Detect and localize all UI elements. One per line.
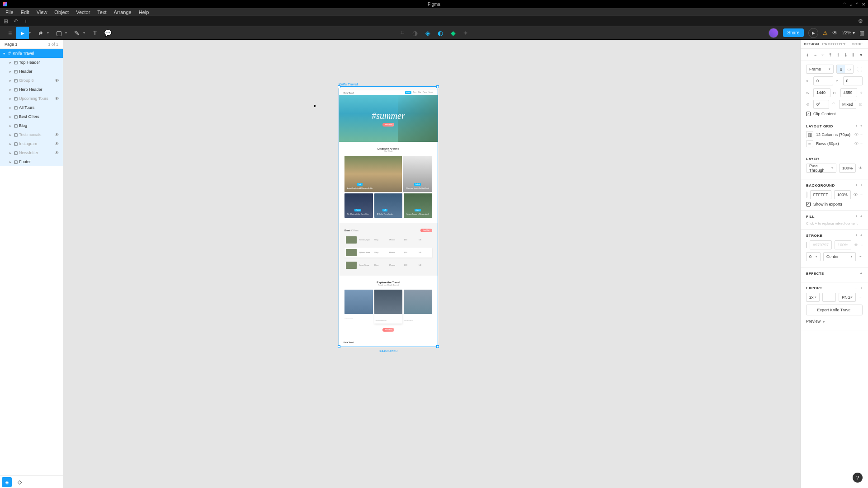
fill-style-icon[interactable]: ⦂ [856,214,858,219]
shape-tool[interactable]: ▢ [52,27,65,39]
align-hcenter-icon[interactable]: ⫠ [813,52,818,58]
move-tool[interactable]: ▸ [16,27,29,39]
stroke-align-select[interactable]: Center▾ [823,252,856,261]
warning-icon[interactable]: ⚠ [823,30,828,36]
grid-rows[interactable]: ≡Rows (60px) 👁− [806,140,863,147]
zoom-level[interactable]: 22% ▾ [842,30,855,35]
pen-tool[interactable]: ✎ [71,27,83,39]
layer-item[interactable]: ▸⊡Instagram👁 [0,139,63,148]
radius-detail-icon[interactable]: ⊡ [859,102,863,107]
export-scale-select[interactable]: 2x▾ [806,293,820,302]
window-up-icon[interactable]: ⌃ [843,2,846,7]
resize-handle-nw[interactable] [338,85,340,88]
move-tool-dropdown[interactable]: ▾ [29,31,34,35]
more-align-icon[interactable]: ▾ [859,52,863,58]
y-input[interactable]: 0 [843,76,863,85]
layer-item[interactable]: ▸⊡Footer [0,157,63,166]
radius-input[interactable]: Mixed [839,100,856,109]
grid-vis-icon[interactable]: 👁 [854,132,859,137]
grid-vis-icon[interactable]: 👁 [854,141,859,146]
pen-tool-dropdown[interactable]: ▾ [83,31,89,35]
menu-vector[interactable]: Vector [73,9,93,16]
stroke-swatch[interactable] [806,242,807,248]
library-icon[interactable]: ▥ [859,30,864,36]
frame-type-select[interactable]: Frame▾ [806,65,834,74]
grid-remove-icon[interactable]: − [860,132,863,137]
window-max-icon[interactable]: ⌃ [855,2,859,7]
export-suffix-input[interactable] [822,293,836,302]
layer-item[interactable]: ▸⊡Blog [0,121,63,130]
blend-mode-select[interactable]: Pass Through▾ [806,164,836,173]
bg-opacity-input[interactable]: 100% [834,190,851,199]
grid-add-icon[interactable]: + [860,124,863,128]
resize-handle-se[interactable] [436,345,439,348]
layer-item[interactable]: ▸⊡Header [0,67,63,76]
layer-item[interactable]: ▸⊡Newsletter👁 [0,148,63,157]
layer-item[interactable]: ▸⊡All Tours [0,103,63,112]
layer-item[interactable]: ▸⊡Top Header [0,58,63,67]
export-more-icon[interactable]: ⋯ [859,295,863,300]
layer-root[interactable]: ▾ # Knife Travel [0,49,63,58]
stroke-vis-icon[interactable]: 👁 [854,243,858,247]
assets-tab-icon[interactable]: ◇ [14,477,24,487]
present-button[interactable]: ▶ [808,28,818,38]
h-input[interactable]: 4559 [840,88,858,97]
layer-item[interactable]: ▸⊡Testimonials👁 [0,130,63,139]
export-format-select[interactable]: PNG▾ [839,293,856,302]
layer-opacity-input[interactable]: 100% [839,164,856,173]
component-icon[interactable]: ⌗ [399,29,406,37]
create-component-icon[interactable]: ◆ [449,29,457,37]
grid-style-icon[interactable]: ⦂ [856,124,858,128]
export-button[interactable]: Export Knife Travel [806,305,863,315]
x-input[interactable]: 0 [813,76,833,85]
new-tab-icon[interactable]: + [23,18,29,24]
bg-swatch[interactable] [806,192,807,198]
clip-content-check[interactable]: ✓Clip Content [806,112,863,116]
tab-code[interactable]: CODE [846,40,868,48]
menu-help[interactable]: Help [136,9,152,16]
grid-remove-icon[interactable]: − [860,141,863,146]
stroke-add-icon[interactable]: + [860,233,863,238]
constrain-icon[interactable]: ⟡ [860,90,863,95]
orient-landscape[interactable]: ▭ [845,65,853,73]
frame-tool-dropdown[interactable]: ▾ [47,31,52,35]
menu-object[interactable]: Object [52,9,71,16]
layer-vis-icon[interactable]: 👁 [859,166,863,170]
tab-prototype[interactable]: PROTOTYPE [822,40,847,48]
stroke-hex-input[interactable]: #979797 [810,240,832,249]
export-remove-icon[interactable]: − [855,286,858,290]
window-down-icon[interactable]: ⌄ [849,2,853,7]
reset-icon[interactable]: ✦ [462,29,469,37]
stroke-opacity-input[interactable]: 100% [835,240,851,249]
stroke-style-icon[interactable]: ⦂ [856,233,858,238]
grid-view-icon[interactable]: ⊞ [3,18,9,24]
help-button[interactable]: ? [853,473,863,483]
layer-item[interactable]: ▸⊡Upcoming Tours👁 [0,94,63,103]
grid-columns[interactable]: ▥12 Columns (70px) 👁− [806,131,863,138]
menu-file[interactable]: File [3,9,16,16]
window-close-icon[interactable]: ✕ [862,2,865,7]
align-left-icon[interactable]: ⫞ [805,52,810,58]
resize-handle-sw[interactable] [338,345,340,348]
resize-handle-ne[interactable] [436,85,439,88]
export-add-icon[interactable]: + [860,286,863,290]
view-icon[interactable]: 👁 [832,30,838,36]
rotation-input[interactable]: 0° [813,100,829,109]
union-icon[interactable]: ◈ [424,29,431,37]
share-button[interactable]: Share [783,28,804,37]
fill-add-icon[interactable]: + [860,214,863,219]
mask-icon[interactable]: ◑ [411,29,419,37]
distribute-icon[interactable]: ⫴ [851,52,856,58]
text-tool[interactable]: T [89,27,101,39]
bg-vis-icon[interactable]: 👁 [854,192,858,197]
orient-portrait[interactable]: ▯ [837,65,845,73]
layer-item[interactable]: ▸⊡Best Offers [0,112,63,121]
settings-gear-icon[interactable]: ⚙ [857,18,863,24]
menu-text[interactable]: Text [94,9,109,16]
shape-tool-dropdown[interactable]: ▾ [65,31,71,35]
comment-tool[interactable]: 💬 [101,27,114,39]
page-selector[interactable]: Page 1 1 of 1 [0,40,63,49]
design-frame[interactable]: Knife Travel Home Tours Blog Pages Conta… [339,86,438,347]
show-in-exports-check[interactable]: ✓Show in exports [806,202,863,206]
align-bottom-icon[interactable]: ⫰ [843,52,848,58]
